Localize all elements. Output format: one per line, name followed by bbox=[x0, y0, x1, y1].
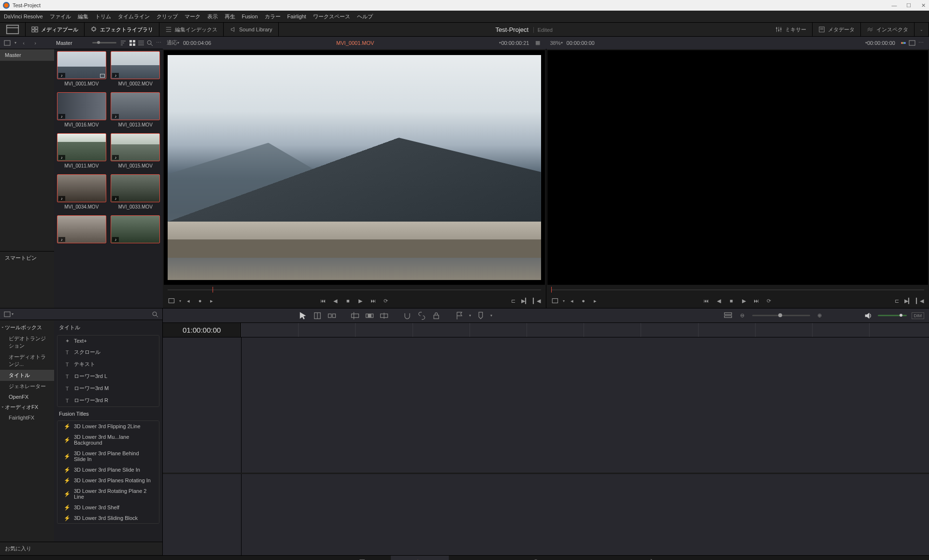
menu-playback[interactable]: 再生 bbox=[225, 13, 235, 20]
fx-title-item[interactable]: Tテキスト bbox=[60, 358, 156, 370]
inspector-button[interactable]: インスペクタ bbox=[861, 23, 915, 36]
fx-tree-fairlightfx[interactable]: FairlightFX bbox=[0, 413, 54, 422]
fx-tree-openfx[interactable]: OpenFX bbox=[0, 392, 54, 402]
source-next-button[interactable]: ⏭ bbox=[369, 296, 377, 305]
tl-blade-tool[interactable] bbox=[313, 311, 322, 321]
source-loop-button[interactable]: ⟳ bbox=[381, 296, 390, 305]
metadata-button[interactable]: メタデータ bbox=[813, 23, 861, 36]
timeline-tracks[interactable] bbox=[163, 337, 929, 555]
bin-smartbins[interactable]: スマートビン bbox=[0, 251, 54, 265]
sound-library-button[interactable]: Sound Library bbox=[224, 23, 279, 36]
record-in-button[interactable]: ⊏ bbox=[892, 296, 901, 305]
maximize-button[interactable]: ☐ bbox=[906, 2, 912, 8]
record-loop-button[interactable]: ⟳ bbox=[765, 296, 773, 305]
record-scrubber[interactable] bbox=[551, 286, 925, 294]
clip-item[interactable]: ♪ bbox=[110, 215, 161, 248]
fx-tree-generators[interactable]: ジェネレーター bbox=[0, 381, 54, 392]
tl-insert-clip-button[interactable] bbox=[350, 311, 360, 321]
source-dot2[interactable]: ● bbox=[196, 296, 204, 305]
tl-zoom-out-button[interactable]: ⊖ bbox=[738, 311, 747, 321]
fx-tree-audio-trans[interactable]: オーディオトランジ... bbox=[0, 351, 54, 370]
record-stop-button[interactable]: ■ bbox=[727, 296, 736, 305]
record-prev-button[interactable]: ◀ bbox=[715, 296, 723, 305]
tl-dim-button[interactable]: DIM bbox=[912, 312, 925, 319]
menu-fusion[interactable]: Fusion bbox=[242, 14, 258, 19]
record-dot1[interactable]: ◂ bbox=[568, 296, 576, 305]
tl-lock-button[interactable] bbox=[431, 311, 441, 321]
effects-library-button[interactable]: エフェクトライブラリ bbox=[85, 23, 159, 36]
expand-inspector-button[interactable]: ⌄ bbox=[915, 23, 929, 36]
fx-panel-button[interactable] bbox=[3, 310, 12, 318]
record-play-button[interactable]: ▶ bbox=[740, 296, 748, 305]
menu-view[interactable]: 表示 bbox=[207, 13, 218, 20]
clip-item[interactable]: ♪MVI_0013.MOV bbox=[110, 92, 161, 130]
tl-flag-button[interactable] bbox=[455, 311, 464, 321]
timeline-ruler[interactable]: 01:00:00:00 bbox=[163, 323, 929, 337]
close-button[interactable]: ✕ bbox=[920, 2, 926, 8]
media-pool-button[interactable]: メディアプール bbox=[26, 23, 85, 36]
record-matchframe-chev[interactable]: ▾ bbox=[563, 299, 565, 303]
source-matchframe-button[interactable] bbox=[168, 296, 176, 305]
tab-deliver[interactable]: ✈デリバー bbox=[623, 556, 681, 560]
minimize-button[interactable]: — bbox=[891, 2, 897, 8]
record-options-button[interactable]: ⋯ bbox=[916, 39, 925, 47]
fx-title-item[interactable]: ✦Text+ bbox=[60, 336, 156, 346]
fx-tree-titles[interactable]: タイトル bbox=[0, 370, 54, 381]
sort-button[interactable] bbox=[119, 39, 128, 47]
fx-title-item[interactable]: Tローワー3rd R bbox=[60, 394, 156, 406]
source-gang-button[interactable]: ▦ bbox=[533, 39, 542, 47]
fx-fusion-item[interactable]: ⚡3D Lower 3rd Shelf bbox=[60, 502, 156, 513]
tl-arrow-tool[interactable] bbox=[298, 311, 308, 321]
fx-fusion-item[interactable]: ⚡3D Lower 3rd Mu...lane Background bbox=[60, 432, 156, 448]
source-in-button[interactable]: ⊏ bbox=[509, 296, 518, 305]
clip-item[interactable]: ♪MVI_0015.MOV bbox=[110, 133, 161, 171]
fx-fusion-item[interactable]: ⚡3D Lower 3rd Rotating Plane 2 Line bbox=[60, 486, 156, 502]
tl-insert-tool[interactable] bbox=[327, 311, 337, 321]
tl-overwrite-button[interactable] bbox=[365, 311, 374, 321]
thumb-size-slider[interactable] bbox=[92, 42, 116, 43]
source-fit-label[interactable]: 適応 bbox=[167, 39, 177, 46]
fx-fusion-item[interactable]: ⚡3D Lower 3rd Sliding Block bbox=[60, 513, 156, 523]
menu-edit[interactable]: 編集 bbox=[78, 13, 88, 20]
media-options-button[interactable]: ⋯ bbox=[154, 39, 163, 47]
fx-tree-toolbox[interactable]: ⌄ツールボックス bbox=[0, 322, 54, 333]
record-zoom-chev[interactable]: ▾ bbox=[561, 41, 563, 45]
fx-fusion-item[interactable]: ⚡3D Lower 3rd Plane Behind Slide In bbox=[60, 448, 156, 464]
source-dot3[interactable]: ▸ bbox=[207, 296, 216, 305]
search-button[interactable] bbox=[145, 39, 154, 47]
clip-item[interactable]: ♪MVI_0033.MOV bbox=[110, 174, 161, 212]
record-single-viewer-button[interactable] bbox=[908, 39, 916, 47]
fx-tree-video-trans[interactable]: ビデオトランジション bbox=[0, 333, 54, 351]
fx-tree-audiofx[interactable]: ⌄オーディオFX bbox=[0, 402, 54, 413]
menu-fairlight[interactable]: Fairlight bbox=[287, 14, 306, 19]
source-last-button[interactable]: ▎◀ bbox=[532, 296, 541, 305]
clip-item[interactable]: ♪ bbox=[56, 215, 107, 248]
tab-media[interactable]: ▦メディア bbox=[333, 556, 391, 560]
menu-workspace[interactable]: ワークスペース bbox=[313, 13, 350, 20]
bin-dropdown[interactable]: ▾ bbox=[14, 41, 16, 45]
clip-item[interactable]: ♪MVI_0001.MOV bbox=[56, 51, 107, 89]
source-viewer-canvas[interactable] bbox=[164, 50, 545, 285]
tl-marker-button[interactable] bbox=[476, 311, 486, 321]
menu-trim[interactable]: トリム bbox=[95, 13, 111, 20]
nav-fwd-button[interactable]: › bbox=[31, 39, 40, 47]
record-goto-in-button[interactable]: ▶▎ bbox=[904, 296, 913, 305]
bin-view-button[interactable] bbox=[3, 39, 12, 47]
fx-fusion-item[interactable]: ⚡3D Lower 3rd Planes Rotating In bbox=[60, 475, 156, 486]
record-matchframe-button[interactable] bbox=[551, 296, 560, 305]
fx-title-item[interactable]: Tローワー3rd L bbox=[60, 370, 156, 382]
clip-item[interactable]: ♪MVI_0002.MOV bbox=[110, 51, 161, 89]
clip-item[interactable]: ♪MVI_0016.MOV bbox=[56, 92, 107, 130]
source-scrubber[interactable] bbox=[168, 286, 541, 294]
record-first-button[interactable]: ⏮ bbox=[702, 296, 711, 305]
fx-search-button[interactable] bbox=[151, 310, 159, 318]
menu-davinci[interactable]: DaVinci Resolve bbox=[4, 14, 43, 19]
nav-back-button[interactable]: ‹ bbox=[19, 39, 28, 47]
tab-color[interactable]: ◉カラー bbox=[507, 556, 565, 560]
tab-fairlight[interactable]: ♪Fairlight bbox=[565, 556, 623, 560]
record-viewer-canvas[interactable] bbox=[547, 50, 929, 285]
source-prev-button[interactable]: ◀ bbox=[331, 296, 340, 305]
source-out-button[interactable]: ▶▎ bbox=[521, 296, 529, 305]
bin-master[interactable]: Master bbox=[0, 49, 54, 61]
fx-favorites[interactable]: お気に入り bbox=[0, 542, 162, 555]
